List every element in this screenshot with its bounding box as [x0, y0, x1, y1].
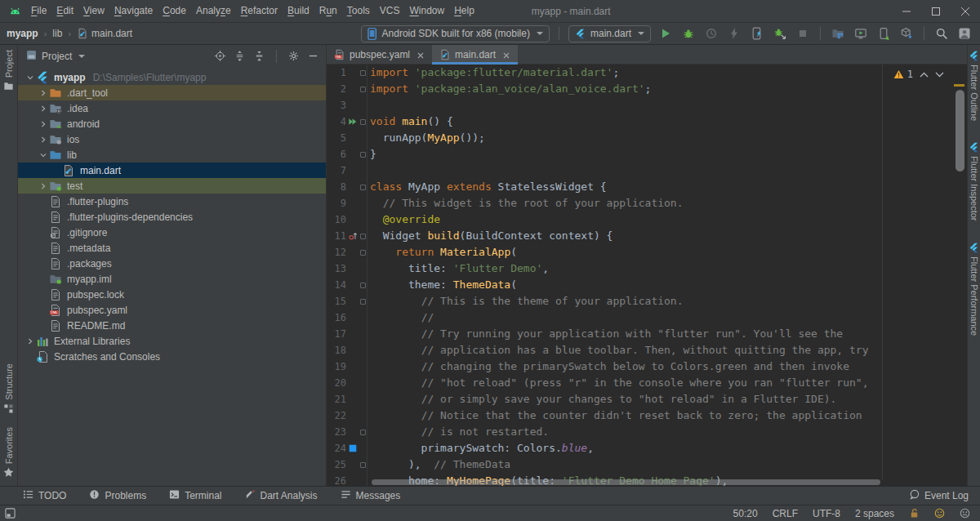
chevron-down-icon[interactable] — [38, 151, 49, 159]
menu-analyze[interactable]: Analyze — [191, 0, 236, 22]
menu-edit[interactable]: Edit — [51, 0, 78, 22]
fold-marker[interactable] — [359, 424, 368, 440]
maximize-button[interactable] — [921, 0, 951, 22]
profiler-button[interactable] — [702, 24, 720, 42]
tree-item-lib[interactable]: lib — [18, 147, 326, 163]
sdk-manager-button[interactable] — [898, 24, 915, 42]
close-tab-icon[interactable] — [416, 51, 425, 59]
toolwindow-button-project[interactable]: Project — [3, 50, 14, 91]
tree-item-myapp.iml[interactable]: myapp.iml — [18, 271, 326, 287]
toolwindow-button-dart-analysis[interactable]: Dart Analysis — [245, 489, 318, 502]
debug-button[interactable] — [679, 24, 697, 42]
vertical-scrollbar[interactable] — [956, 90, 964, 171]
fold-marker[interactable] — [359, 228, 368, 244]
chevron-down-icon[interactable] — [24, 73, 36, 82]
tree-item-.flutter-plugins-dependencies[interactable]: .flutter-plugins-dependencies — [18, 209, 326, 225]
menu-build[interactable]: Build — [283, 0, 314, 22]
gutter-color-icon[interactable] — [347, 440, 359, 456]
close-tab-icon[interactable] — [502, 51, 510, 59]
locate-file-icon[interactable] — [214, 50, 226, 62]
collapse-all-icon[interactable] — [253, 50, 265, 62]
menu-refactor[interactable]: Refactor — [236, 0, 283, 22]
toolwindow-button-flutter-inspector[interactable]: Flutter Inspector — [969, 142, 979, 220]
prev-problem-icon[interactable] — [920, 72, 929, 78]
breadcrumb-item[interactable]: main.dart — [77, 28, 132, 39]
tree-item-scratches-and-consoles[interactable]: Scratches and Consoles — [18, 349, 326, 364]
menu-file[interactable]: File — [26, 0, 51, 22]
attach-profiler-button[interactable] — [725, 24, 743, 42]
search-everywhere-button[interactable] — [933, 24, 951, 42]
profile-avatar-button[interactable] — [956, 24, 973, 42]
breadcrumb-item[interactable]: myapp — [7, 28, 38, 39]
fold-marker[interactable] — [359, 81, 368, 97]
tree-item-pubspec.yaml[interactable]: YMLpubspec.yaml — [18, 302, 326, 318]
event-log-button[interactable]: Event Log — [909, 489, 969, 502]
fold-marker[interactable] — [359, 244, 368, 260]
caret-position[interactable]: 50:20 — [733, 508, 758, 519]
breadcrumb-item[interactable]: lib — [52, 28, 62, 39]
tree-item-myapp[interactable]: myappD:\Samples\Flutter\myapp — [18, 69, 326, 85]
tab-main-dart[interactable]: main.dart — [432, 45, 518, 64]
minimize-button[interactable] — [892, 0, 921, 22]
hot-reload-button[interactable] — [748, 24, 766, 42]
toolwindow-button-structure[interactable]: Structure — [3, 363, 14, 414]
menu-code[interactable]: Code — [158, 0, 191, 22]
toolwindow-button-todo[interactable]: TODO — [23, 489, 66, 502]
settings-gear-icon[interactable] — [287, 50, 300, 62]
device-file-explorer-button[interactable] — [829, 24, 847, 42]
project-panel-title[interactable]: Project — [26, 50, 85, 63]
chevron-right-icon[interactable] — [24, 337, 36, 345]
toolwindow-button-messages[interactable]: Messages — [341, 489, 401, 502]
tree-item-.idea[interactable]: .idea — [18, 100, 326, 116]
menu-window[interactable]: Window — [404, 0, 449, 22]
avd-manager-button[interactable] — [875, 24, 893, 42]
menu-vcs[interactable]: VCS — [375, 0, 405, 22]
fold-marker[interactable] — [359, 179, 368, 195]
tree-item-.metadata[interactable]: .metadata — [18, 240, 326, 256]
menu-view[interactable]: View — [78, 0, 109, 22]
run-button[interactable] — [657, 24, 675, 42]
indent-setting[interactable]: 2 spaces — [855, 508, 894, 519]
file-encoding[interactable]: UTF-8 — [813, 508, 840, 519]
menu-help[interactable]: Help — [449, 0, 479, 22]
run-config-selector[interactable]: main.dart — [568, 25, 651, 42]
tree-item-readme.md[interactable]: README.md — [18, 318, 326, 333]
chevron-right-icon[interactable] — [38, 182, 49, 190]
chevron-right-icon[interactable] — [38, 120, 49, 128]
gutter-override-icon[interactable] — [347, 228, 359, 244]
tab-pubspec-yaml[interactable]: YMLpubspec.yaml — [327, 45, 432, 64]
analysis-feedback-sad-icon[interactable] — [960, 508, 970, 519]
tree-item-ios[interactable]: ios — [18, 131, 326, 147]
tree-item-.gitignore[interactable]: .gitignore — [18, 225, 326, 240]
menu-run[interactable]: Run — [314, 0, 342, 22]
toolwindow-button-flutter-outline[interactable]: Flutter Outline — [969, 51, 979, 121]
tree-item-.flutter-plugins[interactable]: .flutter-plugins — [18, 194, 326, 209]
fold-marker[interactable] — [359, 146, 368, 163]
emulator-button[interactable] — [852, 24, 870, 42]
next-problem-icon[interactable] — [935, 72, 944, 78]
stop-button[interactable] — [794, 24, 812, 42]
toolwindow-button-terminal[interactable]: Terminal — [169, 489, 221, 502]
chevron-right-icon[interactable] — [38, 89, 49, 97]
attach-debugger-button[interactable] — [771, 24, 789, 42]
fold-marker[interactable] — [359, 293, 368, 309]
chevron-right-icon[interactable] — [38, 136, 49, 144]
fold-marker[interactable] — [359, 277, 368, 293]
horizontal-scrollbar[interactable] — [372, 479, 880, 485]
fold-marker[interactable] — [359, 114, 368, 130]
code-editor[interactable]: 1import 'package:flutter/material.dart';… — [327, 65, 967, 486]
tree-item-pubspec.lock[interactable]: pubspec.lock — [18, 287, 326, 302]
tree-item-.dart-tool[interactable]: .dart_tool — [18, 85, 326, 100]
toolwindow-button-problems[interactable]: Problems — [89, 489, 146, 502]
toolwindow-toggle-icon[interactable] — [5, 508, 16, 519]
close-button[interactable] — [951, 0, 980, 22]
gutter-run-icon[interactable] — [347, 114, 359, 130]
chevron-right-icon[interactable] — [38, 105, 49, 113]
hide-panel-icon[interactable] — [307, 50, 319, 62]
fold-marker[interactable] — [359, 65, 368, 81]
tree-item-external-libraries[interactable]: External Libraries — [18, 333, 326, 349]
fold-marker[interactable] — [359, 456, 368, 473]
toolwindow-button-flutter-performance[interactable]: Flutter Performance — [969, 243, 979, 336]
toolwindow-button-favorites[interactable]: Favorites — [3, 427, 14, 478]
device-selector[interactable]: Android SDK built for x86 (mobile) — [361, 25, 550, 42]
